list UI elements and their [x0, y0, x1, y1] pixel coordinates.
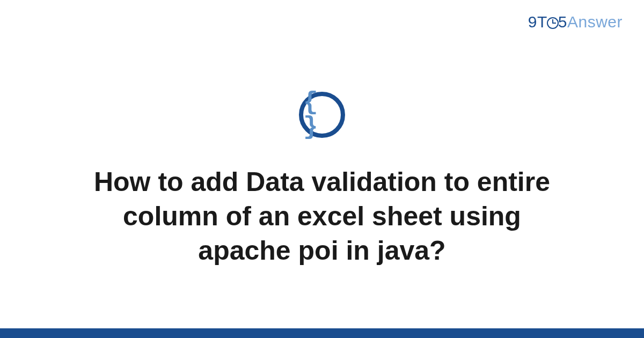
question-title: How to add Data validation to entire col… — [64, 165, 580, 268]
code-braces-icon: { } — [303, 90, 341, 139]
main-content: { } How to add Data validation to entire… — [0, 0, 644, 338]
footer-bar — [0, 328, 644, 338]
code-icon-circle: { } — [299, 92, 345, 138]
